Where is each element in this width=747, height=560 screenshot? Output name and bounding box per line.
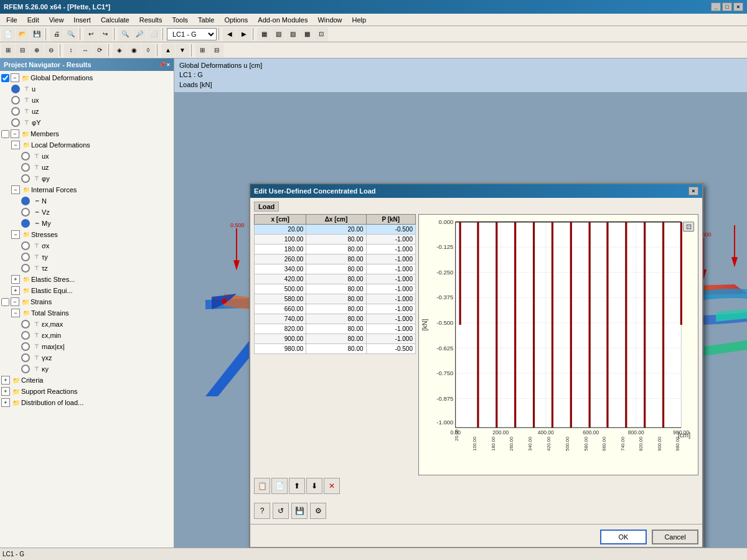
tree-item-tau-z[interactable]: ⊤ τz — [0, 263, 174, 274]
tree-item-ex-max[interactable]: ⊤ εx,max — [0, 319, 174, 330]
move-down-button[interactable]: ⬇ — [306, 478, 322, 494]
menu-view[interactable]: View — [44, 15, 69, 25]
tree-item-sigma-x[interactable]: ⊤ σx — [0, 240, 174, 251]
redo-button[interactable]: ↪ — [98, 27, 112, 41]
table-row[interactable]: 500.0080.00-1.000 — [255, 284, 416, 294]
zoom-out-button[interactable]: 🔎 — [133, 27, 146, 41]
tree-item-gamma-xz[interactable]: ⊤ γxz — [0, 352, 174, 363]
tree-expand-global-def[interactable]: − — [11, 73, 19, 82]
table-row[interactable]: 820.0080.00-1.000 — [255, 324, 416, 334]
tree-item-ex-min[interactable]: ⊤ εx,min — [0, 330, 174, 341]
tree-expand-strains[interactable]: − — [11, 297, 19, 306]
menu-window[interactable]: Window — [312, 15, 347, 25]
tb2-14[interactable]: ⊟ — [210, 44, 223, 57]
tree-item-criteria[interactable]: + 📁 Criteria — [0, 375, 174, 386]
tb-extra-2[interactable]: ▧ — [271, 27, 285, 41]
tree-item-elastic-stres[interactable]: + 📁 Elastic Stres... — [0, 274, 174, 285]
menu-tools[interactable]: Tools — [167, 15, 193, 25]
nav-fwd-button[interactable]: ▶ — [237, 27, 251, 41]
table-row[interactable]: 980.0080.00-0.500 — [255, 344, 416, 354]
tree-item-phi-y2[interactable]: ⊤ φy — [0, 173, 174, 184]
tree-item-total-strains[interactable]: − 📁 Total Strains — [0, 307, 174, 319]
tb-extra-5[interactable]: ⊡ — [314, 27, 328, 41]
tree-item-phi-y[interactable]: ⊤ φY — [0, 117, 174, 128]
tb2-2[interactable]: ⊟ — [16, 44, 29, 57]
menu-file[interactable]: File — [1, 15, 22, 25]
table-row[interactable]: 180.0080.00-1.000 — [255, 245, 416, 254]
tree-item-elastic-equi[interactable]: + 📁 Elastic Equi... — [0, 285, 174, 296]
tree-expand-local-def[interactable]: − — [11, 141, 20, 149]
tree-expand-int-forces[interactable]: − — [11, 185, 20, 194]
tree-item-uz[interactable]: ⊤ uz — [0, 106, 174, 117]
tb2-1[interactable]: ⊞ — [1, 44, 15, 57]
tree-item-Vz[interactable]: ━ Vz — [0, 207, 174, 218]
table-row[interactable]: 260.0080.00-1.000 — [255, 254, 416, 264]
tree-item-ux2[interactable]: ⊤ ux — [0, 151, 174, 162]
tree-check-members[interactable] — [1, 130, 9, 138]
menu-insert[interactable]: Insert — [68, 15, 96, 25]
tree-expand-support-react[interactable]: + — [1, 387, 10, 396]
menu-addon[interactable]: Add-on Modules — [253, 15, 312, 25]
menu-options[interactable]: Options — [219, 15, 253, 25]
tree-item-strains[interactable]: − 📁 Strains — [0, 296, 174, 307]
tree-item-stresses[interactable]: − 📁 Stresses — [0, 229, 174, 240]
table-row[interactable]: 660.0080.00-1.000 — [255, 304, 416, 314]
tree-item-max-ex[interactable]: ⊤ max|εx| — [0, 341, 174, 352]
print-preview-button[interactable]: 🔍 — [64, 27, 78, 41]
menu-table[interactable]: Table — [193, 15, 219, 25]
table-row[interactable]: 420.0080.00-1.000 — [255, 274, 416, 284]
move-up-button[interactable]: ⬆ — [289, 478, 305, 494]
zoom-in-button[interactable]: 🔍 — [118, 27, 132, 41]
open-button[interactable]: 📂 — [16, 27, 29, 41]
maximize-button[interactable]: □ — [722, 2, 732, 11]
menu-calculate[interactable]: Calculate — [96, 15, 134, 25]
tree-item-kappa-y[interactable]: ⊤ κy — [0, 363, 174, 375]
tree-item-uz2[interactable]: ⊤ uz — [0, 162, 174, 173]
ok-button[interactable]: OK — [600, 530, 647, 544]
add-row-button[interactable]: 📋 — [254, 478, 270, 494]
tree-expand-total-strains[interactable]: − — [11, 309, 20, 317]
tree-item-global-def[interactable]: − 📁 Global Deformations — [0, 72, 174, 83]
menu-help[interactable]: Help — [347, 15, 372, 25]
reset-button[interactable]: ↺ — [273, 503, 289, 519]
zoom-fit-button[interactable]: ⬜ — [147, 27, 161, 41]
tree-expand-members[interactable]: − — [11, 129, 19, 138]
tree-check-global-def[interactable] — [1, 74, 9, 82]
tb-extra-3[interactable]: ▨ — [286, 27, 299, 41]
new-button[interactable]: 📄 — [1, 27, 15, 41]
table-row[interactable]: 580.0080.00-1.000 — [255, 294, 416, 304]
tb2-5[interactable]: ↕ — [64, 44, 78, 57]
tb2-13[interactable]: ⊞ — [195, 44, 209, 57]
table-row[interactable]: 740.0080.00-1.000 — [255, 314, 416, 324]
tree-item-local-def[interactable]: − 📁 Local Deformations — [0, 139, 174, 151]
tree-item-members[interactable]: − 📁 Members — [0, 128, 174, 139]
cancel-button[interactable]: Cancel — [652, 530, 698, 544]
tb-extra-1[interactable]: ▦ — [257, 27, 271, 41]
menu-results[interactable]: Results — [134, 15, 167, 25]
tree-item-N[interactable]: ━ N — [0, 195, 174, 207]
menu-edit[interactable]: Edit — [22, 15, 44, 25]
undo-button[interactable]: ↩ — [84, 27, 98, 41]
table-row[interactable]: 100.0080.00-1.000 — [255, 235, 416, 245]
dialog-close-button[interactable]: × — [688, 187, 698, 195]
print-button[interactable]: 🖨 — [50, 27, 63, 41]
tb2-8[interactable]: ◈ — [113, 44, 126, 57]
tb2-10[interactable]: ◊ — [141, 44, 155, 57]
save-button[interactable]: 💾 — [30, 27, 44, 41]
tb2-9[interactable]: ◉ — [127, 44, 141, 57]
tree-item-support-react[interactable]: + 📁 Support Reactions — [0, 386, 174, 397]
tree-expand-elastic-equi[interactable]: + — [11, 286, 20, 295]
tree-expand-criteria[interactable]: + — [1, 376, 10, 385]
minimize-button[interactable]: _ — [711, 2, 721, 11]
tree-check-strains[interactable] — [1, 298, 9, 306]
tree-item-My[interactable]: ━ My — [0, 218, 174, 229]
tb2-4[interactable]: ⊖ — [44, 44, 58, 57]
settings-button[interactable]: ⚙ — [310, 503, 326, 519]
tb2-7[interactable]: ⟳ — [93, 44, 106, 57]
tree-item-internal-forces[interactable]: − 📁 Internal Forces — [0, 184, 174, 195]
tree-expand-elastic-stres[interactable]: + — [11, 275, 20, 284]
panel-pin-button[interactable]: 📌 — [159, 62, 166, 68]
copy-row-button[interactable]: 📄 — [271, 478, 288, 494]
table-row[interactable]: 900.0080.00-1.000 — [255, 334, 416, 344]
table-row[interactable]: 340.0080.00-1.000 — [255, 264, 416, 274]
